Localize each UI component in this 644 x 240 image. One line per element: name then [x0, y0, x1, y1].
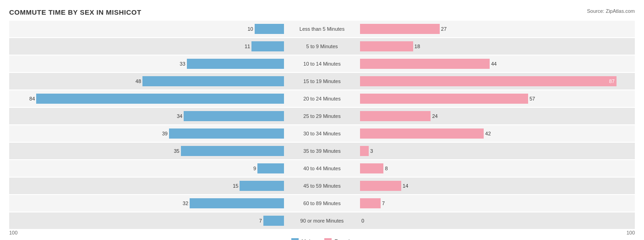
male-bar: 39 — [169, 128, 284, 139]
left-section: 15 — [9, 178, 284, 194]
male-value: 39 — [162, 131, 168, 136]
right-section: 18 — [360, 38, 635, 55]
right-section: 42 — [360, 125, 635, 142]
female-value: 27 — [441, 26, 447, 32]
left-section: 7 — [9, 212, 284, 229]
left-section: 35 — [9, 143, 284, 159]
left-section: 9 — [9, 160, 284, 177]
female-bar: 44 — [360, 59, 490, 69]
female-bar: 18 — [360, 41, 413, 51]
row-label: 15 to 19 Minutes — [284, 78, 360, 84]
female-bar: 7 — [360, 198, 381, 208]
female-bar: 42 — [360, 128, 484, 139]
female-value: 14 — [403, 183, 408, 189]
chart-container: COMMUTE TIME BY SEX IN MISHICOT Source: … — [0, 0, 644, 240]
bar-row: 3310 to 14 Minutes44 — [9, 56, 635, 72]
male-value: 48 — [136, 78, 141, 84]
left-section: 10 — [9, 21, 284, 37]
female-value: 3 — [370, 148, 373, 154]
bar-row: 4815 to 19 Minutes87 — [9, 73, 635, 89]
left-section: 84 — [9, 90, 284, 107]
axis-labels: 100 100 — [9, 230, 635, 235]
female-bar: 3 — [360, 146, 369, 156]
right-section: 3 — [360, 143, 635, 159]
male-bar: 33 — [187, 59, 284, 69]
row-label: 35 to 39 Minutes — [284, 148, 360, 154]
bar-row: 3425 to 29 Minutes24 — [9, 108, 635, 124]
legend-male: Male — [291, 238, 313, 240]
male-bar: 84 — [36, 94, 284, 104]
male-bar: 15 — [240, 181, 284, 191]
bar-row: 940 to 44 Minutes8 — [9, 160, 635, 177]
right-section: 27 — [360, 21, 635, 37]
bar-row: 8420 to 24 Minutes57 — [9, 90, 635, 107]
male-value: 11 — [245, 44, 250, 49]
female-value: 0 — [361, 218, 364, 223]
right-section: 87 — [360, 73, 635, 89]
male-value: 9 — [253, 166, 256, 171]
right-section: 24 — [360, 108, 635, 124]
left-section: 48 — [9, 73, 284, 89]
bar-row: 10Less than 5 Minutes27 — [9, 21, 635, 37]
male-value: 35 — [174, 148, 179, 154]
axis-left: 100 — [9, 230, 17, 235]
female-value: 57 — [529, 96, 535, 101]
left-section: 33 — [9, 56, 284, 72]
row-label: 5 to 9 Minutes — [284, 44, 360, 49]
row-label: 10 to 14 Minutes — [284, 61, 360, 67]
male-bar: 35 — [181, 146, 284, 156]
bar-row: 3535 to 39 Minutes3 — [9, 143, 635, 159]
chart-body: 10Less than 5 Minutes27115 to 9 Minutes1… — [9, 21, 635, 207]
right-section: 8 — [360, 160, 635, 177]
row-label: 60 to 89 Minutes — [284, 201, 360, 206]
row-label: Less than 5 Minutes — [284, 26, 360, 32]
female-value: 87 — [609, 78, 615, 84]
female-bar: 14 — [360, 181, 401, 191]
source-label: Source: ZipAtlas.com — [587, 8, 635, 14]
male-bar: 34 — [184, 111, 284, 121]
right-section: 14 — [360, 178, 635, 194]
female-value: 44 — [491, 61, 497, 67]
male-value: 7 — [259, 218, 262, 223]
axis-right: 100 — [627, 230, 635, 235]
row-label: 40 to 44 Minutes — [284, 166, 360, 171]
female-bar: 87 — [360, 76, 617, 86]
legend: Male Female — [9, 238, 635, 240]
female-bar: 8 — [360, 163, 383, 173]
bar-row: 3260 to 89 Minutes7 — [9, 195, 635, 212]
bar-row: 1545 to 59 Minutes14 — [9, 178, 635, 194]
legend-female-box — [324, 238, 332, 240]
male-value: 15 — [233, 183, 238, 189]
left-section: 39 — [9, 125, 284, 142]
female-value: 24 — [432, 113, 437, 119]
row-label: 30 to 34 Minutes — [284, 131, 360, 136]
male-value: 10 — [247, 26, 253, 32]
male-value: 34 — [177, 113, 182, 119]
row-label: 90 or more Minutes — [284, 218, 360, 223]
rows-container: 10Less than 5 Minutes27115 to 9 Minutes1… — [9, 21, 635, 229]
right-section: 7 — [360, 195, 635, 212]
bar-row: 115 to 9 Minutes18 — [9, 38, 635, 55]
bar-row: 790 or more Minutes0 — [9, 212, 635, 229]
legend-male-box — [291, 238, 299, 240]
right-section: 57 — [360, 90, 635, 107]
male-bar: 48 — [142, 76, 284, 86]
female-value: 8 — [385, 166, 387, 171]
female-bar: 57 — [360, 94, 528, 104]
left-section: 34 — [9, 108, 284, 124]
male-bar: 9 — [257, 163, 284, 173]
right-section: 44 — [360, 56, 635, 72]
male-bar: 10 — [255, 24, 284, 34]
male-bar: 32 — [190, 198, 284, 208]
female-value: 18 — [415, 44, 420, 49]
row-label: 25 to 29 Minutes — [284, 113, 360, 119]
left-section: 11 — [9, 38, 284, 55]
left-section: 32 — [9, 195, 284, 212]
female-value: 42 — [485, 131, 491, 136]
male-value: 84 — [29, 96, 35, 101]
female-bar: 24 — [360, 111, 431, 121]
female-value: 7 — [382, 201, 385, 206]
row-label: 45 to 59 Minutes — [284, 183, 360, 189]
chart-title: COMMUTE TIME BY SEX IN MISHICOT — [9, 8, 635, 16]
male-value: 32 — [183, 201, 188, 206]
